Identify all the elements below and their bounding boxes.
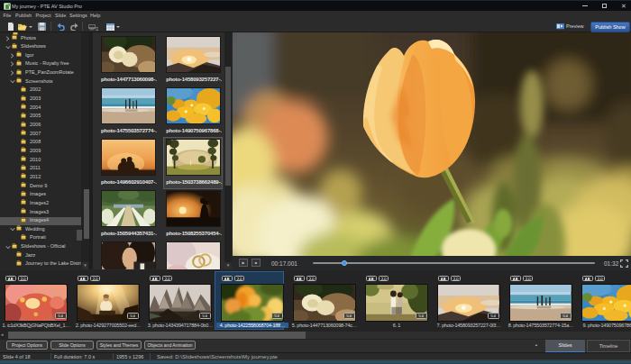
svg-text:D:: D: (96, 26, 98, 30)
